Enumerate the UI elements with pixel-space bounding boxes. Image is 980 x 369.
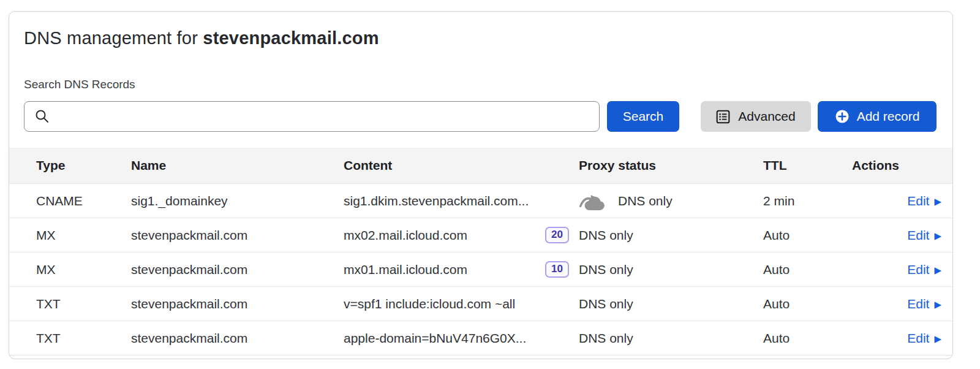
search-icon [34, 108, 50, 124]
record-content-text: mx01.mail.icloud.com [344, 262, 467, 277]
record-content-text: sig1.dkim.stevenpackmail.com... [344, 194, 529, 208]
edit-record-link[interactable]: Edit ▶ [907, 331, 941, 346]
record-type: CNAME [36, 194, 131, 208]
search-input[interactable] [24, 101, 600, 132]
record-name: stevenpackmail.com [131, 228, 344, 243]
record-type: MX [36, 228, 131, 243]
edit-arrow-icon: ▶ [934, 334, 941, 343]
page-title: DNS management for stevenpackmail.com [24, 28, 937, 48]
edit-arrow-icon: ▶ [934, 265, 941, 275]
table-row: TXT stevenpackmail.com v=spf1 include:ic… [9, 286, 952, 321]
search-button[interactable]: Search [607, 101, 679, 132]
record-ttl: 2 min [763, 194, 852, 208]
table-row: MX stevenpackmail.com mx02.mail.icloud.c… [9, 218, 952, 252]
search-label: Search DNS Records [24, 78, 937, 91]
table-row: CNAME sig1._domainkey sig1.dkim.stevenpa… [9, 183, 952, 218]
record-ttl: Auto [763, 228, 852, 243]
column-header-proxy-status: Proxy status [579, 158, 763, 173]
record-content-text: apple-domain=bNuV47n6G0X... [344, 331, 526, 346]
edit-label: Edit [907, 262, 929, 277]
record-content-text: v=spf1 include:icloud.com ~all [344, 297, 515, 311]
edit-arrow-icon: ▶ [934, 231, 941, 240]
advanced-button[interactable]: Advanced [701, 101, 811, 132]
record-proxy-status: DNS only [579, 228, 763, 243]
add-record-button[interactable]: Add record [818, 101, 937, 132]
column-header-name: Name [131, 158, 344, 173]
record-type: TXT [36, 297, 131, 311]
column-header-content: Content [344, 158, 579, 173]
record-proxy-status: DNS only [579, 191, 763, 211]
column-header-actions: Actions [852, 158, 952, 173]
edit-label: Edit [907, 331, 929, 346]
record-ttl: Auto [763, 297, 852, 311]
record-content-text: mx02.mail.icloud.com [344, 228, 467, 243]
record-name: stevenpackmail.com [131, 262, 344, 277]
edit-record-link[interactable]: Edit ▶ [907, 228, 941, 243]
proxy-status-text: DNS only [579, 228, 633, 243]
proxy-status-text: DNS only [618, 194, 673, 208]
table-row: MX stevenpackmail.com mx01.mail.icloud.c… [9, 252, 952, 286]
table-body: CNAME sig1._domainkey sig1.dkim.stevenpa… [9, 183, 952, 356]
record-actions: Edit ▶ [907, 194, 952, 208]
edit-arrow-icon: ▶ [934, 300, 941, 309]
edit-record-link[interactable]: Edit ▶ [907, 297, 941, 311]
table-row: TXT stevenpackmail.com apple-domain=bNuV… [9, 321, 952, 355]
record-actions: Edit ▶ [907, 331, 952, 346]
dns-only-cloud-icon [579, 191, 608, 211]
add-record-button-label: Add record [857, 109, 920, 124]
edit-label: Edit [907, 194, 929, 208]
record-name: sig1._domainkey [131, 194, 344, 208]
plus-circle-icon [835, 109, 850, 124]
record-content: v=spf1 include:icloud.com ~all [344, 297, 579, 311]
record-actions: Edit ▶ [907, 228, 952, 243]
record-name: stevenpackmail.com [131, 331, 344, 346]
edit-label: Edit [907, 228, 929, 243]
record-type: TXT [36, 331, 131, 346]
domain-name: stevenpackmail.com [203, 28, 379, 48]
advanced-button-label: Advanced [738, 109, 795, 124]
proxy-status-text: DNS only [579, 262, 633, 277]
edit-arrow-icon: ▶ [934, 197, 941, 206]
list-icon [716, 110, 730, 124]
record-ttl: Auto [763, 331, 852, 346]
priority-badge: 20 [545, 227, 569, 243]
dns-records-table: Type Name Content Proxy status TTL Actio… [9, 148, 952, 356]
record-content: sig1.dkim.stevenpackmail.com... [344, 194, 579, 208]
record-name: stevenpackmail.com [131, 297, 344, 311]
proxy-status-text: DNS only [579, 331, 633, 346]
column-header-ttl: TTL [763, 158, 852, 173]
record-actions: Edit ▶ [907, 297, 952, 311]
column-header-type: Type [36, 158, 131, 173]
record-proxy-status: DNS only [579, 331, 763, 346]
edit-label: Edit [907, 297, 929, 311]
edit-record-link[interactable]: Edit ▶ [907, 262, 941, 277]
search-input-wrap [24, 101, 600, 132]
record-content: mx02.mail.icloud.com 20 [344, 227, 579, 243]
record-actions: Edit ▶ [907, 262, 952, 277]
record-content: apple-domain=bNuV47n6G0X... [344, 331, 579, 346]
record-proxy-status: DNS only [579, 297, 763, 311]
search-toolbar: Search Advanced [24, 101, 937, 132]
edit-record-link[interactable]: Edit ▶ [907, 194, 941, 208]
page-title-prefix: DNS management for [24, 28, 203, 48]
priority-badge: 10 [545, 261, 569, 278]
proxy-status-text: DNS only [579, 297, 633, 311]
record-ttl: Auto [763, 262, 852, 277]
record-content: mx01.mail.icloud.com 10 [344, 261, 579, 278]
record-type: MX [36, 262, 131, 277]
record-proxy-status: DNS only [579, 262, 763, 277]
dns-management-card: DNS management for stevenpackmail.com Se… [9, 11, 953, 359]
table-header-row: Type Name Content Proxy status TTL Actio… [9, 148, 952, 183]
